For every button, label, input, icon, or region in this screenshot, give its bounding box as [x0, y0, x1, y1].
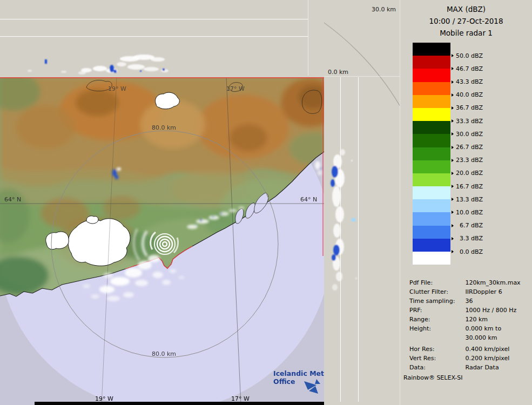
- range-ring-label-bottom: 80.0 km: [152, 350, 176, 357]
- tick-arrow-icon: [452, 54, 454, 57]
- info-row-label: Time sampling:: [409, 296, 463, 306]
- legend-label: 16.7 dBZ: [452, 180, 483, 193]
- legend-label-text: 46.7 dBZ: [455, 65, 483, 72]
- dbz-legend: 50.0 dBZ 46.7 dBZ 43.3 dBZ 40.0: [413, 43, 526, 265]
- ppi-map: 80.0 km 80.0 km 64° N 64° N 19° W 17° W …: [0, 73, 340, 405]
- legend-color-cell: [413, 134, 450, 147]
- info-row: Height: 0.000 km to: [409, 324, 521, 333]
- info-row-label: Clutter Filter:: [409, 287, 463, 296]
- legend-label-text: 40.0 dBZ: [455, 91, 483, 98]
- radar-application-window: 80.0 km 80.0 km 64° N 64° N 19° W 17° W …: [0, 0, 532, 405]
- legend-label-text: 50.0 dBZ: [455, 52, 483, 59]
- legend-label: 3.3 dBZ: [452, 232, 483, 245]
- legend-color-cell: [413, 252, 450, 265]
- legend-label-text: 33.3 dBZ: [455, 118, 483, 125]
- info-row: Vert Res: 0.200 km/pixel: [409, 354, 521, 363]
- lon17-label-bottom: 17° W: [231, 395, 250, 402]
- scan-info-table: Pdf File: 120km_30km.max Clutter Filter:…: [409, 278, 521, 372]
- legend-color-cell: [413, 121, 450, 134]
- legend-label-text: 0.0 dBZ: [455, 248, 483, 255]
- tick-arrow-icon: [452, 106, 454, 110]
- tick-arrow-icon: [452, 250, 454, 253]
- legend-color-cell: [413, 239, 450, 252]
- legend-label-text: 36.7 dBZ: [455, 104, 483, 111]
- compass-icon: [302, 377, 322, 396]
- legend-color-cell: [413, 95, 450, 108]
- logo-text-line1: Icelandic Met: [273, 369, 333, 377]
- icelandic-met-office-logo: Icelandic Met Office: [273, 369, 333, 397]
- legend-color-cell: [413, 160, 450, 173]
- info-row-value: 0.400 km/pixel: [466, 346, 510, 353]
- info-row-value: 1000 Hz / 800 Hz: [466, 307, 517, 314]
- legend-color-cell: [413, 56, 450, 69]
- lon19-label-bottom: 19° W: [95, 395, 113, 402]
- info-row-value: 0.000 km to: [466, 325, 502, 332]
- info-row-value: 36: [466, 298, 473, 305]
- legend-color-cell: [413, 69, 450, 82]
- radar-display-area: 80.0 km 80.0 km 64° N 64° N 19° W 17° W …: [0, 0, 400, 405]
- info-panel: MAX (dBZ) 10:00 / 27-Oct-2018 Mobile rad…: [400, 0, 532, 405]
- info-row: Clutter Filter: IIRDoppler 6: [409, 287, 521, 296]
- legend-color-cell: [413, 173, 450, 186]
- legend-label: 36.7 dBZ: [452, 102, 483, 114]
- tick-arrow-icon: [452, 119, 454, 123]
- height-axis-zero-label: 0.0 km: [328, 69, 348, 76]
- tick-arrow-icon: [452, 172, 454, 175]
- legend-label-text: 23.3 dBZ: [455, 157, 483, 164]
- panel-header: MAX (dBZ) 10:00 / 27-Oct-2018 Mobile rad…: [400, 0, 532, 39]
- legend-label-text: 10.0 dBZ: [455, 209, 483, 216]
- tick-arrow-icon: [452, 185, 454, 188]
- bottom-bar: [35, 402, 324, 405]
- info-row-label: Vert Res:: [409, 354, 463, 363]
- info-row-value: Radar Data: [466, 364, 499, 371]
- info-row-value: 120km_30km.max: [466, 279, 521, 286]
- info-row: 30.000 km: [409, 333, 521, 342]
- info-row-label: PRF:: [409, 306, 463, 315]
- legend-label: 30.0 dBZ: [452, 127, 483, 140]
- legend-color-cell: [413, 186, 450, 199]
- info-row: PRF: 1000 Hz / 800 Hz: [409, 306, 521, 315]
- info-row-value: IIRDoppler 6: [466, 288, 502, 295]
- info-row: Time sampling: 36: [409, 296, 521, 306]
- legend-color-cell: [413, 43, 450, 56]
- legend-colorbar: [413, 43, 450, 265]
- tick-arrow-icon: [452, 67, 454, 70]
- tick-arrow-icon: [452, 146, 454, 149]
- legend-label: 50.0 dBZ: [452, 49, 483, 62]
- legend-label-text: 26.7 dBZ: [455, 144, 483, 151]
- legend-label: 10.0 dBZ: [452, 206, 483, 219]
- info-row-label: Height:: [409, 324, 463, 333]
- legend-label: 20.0 dBZ: [452, 167, 483, 180]
- tick-arrow-icon: [452, 159, 454, 162]
- product-title: MAX (dBZ): [400, 3, 532, 15]
- tick-arrow-icon: [452, 224, 454, 227]
- legend-label-text: 30.0 dBZ: [455, 131, 483, 138]
- info-row-label: Range:: [409, 315, 463, 324]
- legend-color-cell: [413, 199, 450, 212]
- legend-color-cell: [413, 212, 450, 225]
- product-datetime: 10:00 / 27-Oct-2018: [400, 15, 532, 27]
- info-row-label: Data:: [409, 363, 463, 372]
- legend-label: 13.3 dBZ: [452, 193, 483, 206]
- glacier-myrdalsjokull: [68, 219, 130, 266]
- legend-label-text: 6.7 dBZ: [455, 222, 483, 229]
- legend-color-cell: [413, 82, 450, 95]
- tick-arrow-icon: [452, 80, 454, 84]
- height-axis-max-label: 30.0 km: [372, 6, 396, 13]
- legend-label: 33.3 dBZ: [452, 114, 483, 127]
- legend-label-text: 16.7 dBZ: [455, 183, 483, 190]
- info-row: Range: 120 km: [409, 315, 521, 324]
- info-row: Data: Radar Data: [409, 363, 521, 372]
- tick-arrow-icon: [452, 93, 454, 97]
- legend-label: 40.0 dBZ: [452, 89, 483, 102]
- legend-label: 46.7 dBZ: [452, 62, 483, 75]
- legend-labels: 50.0 dBZ 46.7 dBZ 43.3 dBZ 40.0: [452, 49, 483, 258]
- info-row-value: 120 km: [466, 316, 488, 323]
- lon19-label-top: 19° W: [108, 85, 126, 92]
- info-row: Pdf File: 120km_30km.max: [409, 278, 521, 287]
- lon17-label-top: 17° W: [226, 85, 245, 92]
- tick-arrow-icon: [452, 132, 454, 136]
- lat-label-right: 64° N: [300, 196, 317, 203]
- legend-label: 6.7 dBZ: [452, 219, 483, 232]
- tick-arrow-icon: [452, 211, 454, 214]
